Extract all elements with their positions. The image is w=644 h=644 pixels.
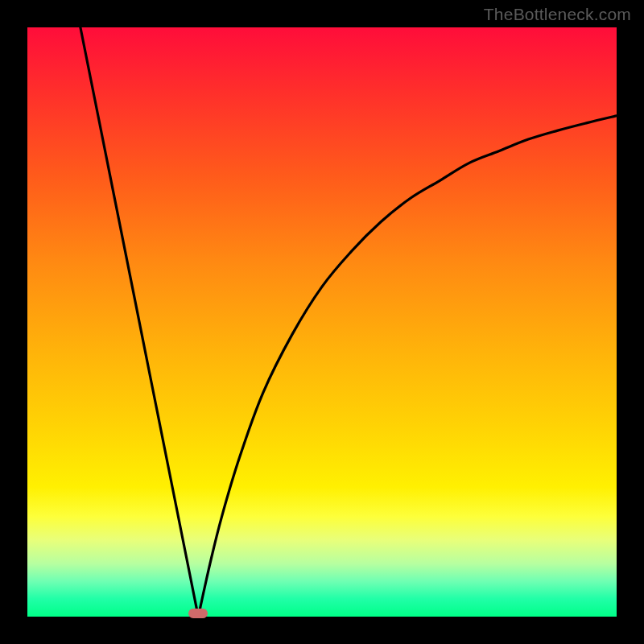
minimum-marker — [188, 609, 208, 618]
bottleneck-curve — [27, 27, 617, 617]
chart-frame: TheBottleneck.com — [0, 0, 644, 644]
watermark-text: TheBottleneck.com — [484, 5, 631, 24]
plot-area — [27, 27, 617, 617]
